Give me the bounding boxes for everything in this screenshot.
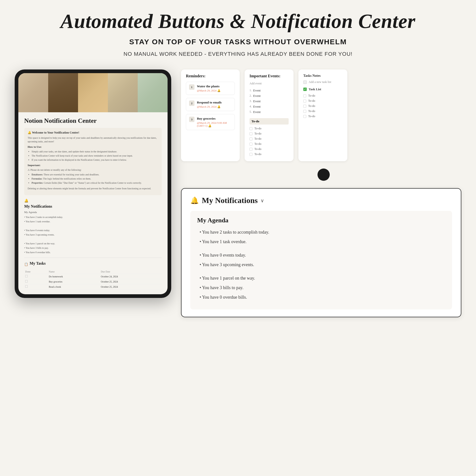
add-task-button[interactable]: Add a new task list <box>303 80 342 84</box>
warning-text: Deleting or altering these elements migh… <box>28 187 158 190</box>
todo-section: To-do To-do To-do To-do <box>250 118 289 157</box>
reminder-item-1: 1 Water the plants @March 29, 2024 🔔 <box>186 82 235 95</box>
how-to-item-1: Simply add your tasks, set due dates, an… <box>32 150 158 153</box>
agenda-item-2: • You have 1 task overdue. <box>24 220 162 224</box>
todo-check-1 <box>250 127 253 130</box>
notif-agenda-item-6: You have 3 bills to pay. <box>197 285 445 291</box>
green-check-icon: ✓ <box>303 87 307 91</box>
task-row-1: Do homework October 24, 2024 <box>24 274 162 279</box>
event-item-3: 3. Event <box>250 99 289 104</box>
task-3-name: Read a book <box>48 284 100 289</box>
notifications-card: 🔔 My Notifications ∨ My Agenda You have … <box>181 188 461 317</box>
reminder-3-date: @March 29, 2024 9:00 AM (GMT+1) 🔔 <box>197 121 232 127</box>
todo-check-5 <box>250 148 253 151</box>
agenda-subtitle-tablet: My Agenda <box>24 211 162 214</box>
notifications-card-title: My Notifications <box>202 196 257 205</box>
notif-agenda-item-2: You have 1 task overdue. <box>197 238 445 245</box>
agenda-item-5: • You have 1 parcel on the way. <box>24 241 162 246</box>
reminders-title: Reminders: <box>186 74 235 78</box>
agenda-spacer-2 <box>197 271 445 275</box>
tasks-todo-1: To-do <box>303 93 342 98</box>
add-event-button[interactable]: Add event <box>250 82 289 85</box>
agenda-item-7: • You have 0 overdue bills. <box>24 250 162 255</box>
event-list: 1. Event 2. Event 3. Event 4. <box>250 88 289 115</box>
task-2-date: October 25, 2024 <box>100 279 162 284</box>
tablet-inner: Notion Notification Center 🔔 Welcome to … <box>18 73 168 294</box>
photo-2 <box>48 73 78 112</box>
reminder-item-2: 2 Respond to emails @March 29, 2024 🔔 <box>186 98 235 111</box>
task-1-check <box>24 274 48 279</box>
event-item-2: 2. Event <box>250 93 289 99</box>
tasks-notes-panel: Tasks Notes Add a new task list ✓ Task L… <box>298 69 347 161</box>
tasks-todo-4: To-do <box>303 109 342 114</box>
task-2-name: Buy groceries <box>48 279 100 284</box>
my-tasks-header: 📋 My Tasks <box>24 261 162 268</box>
welcome-text: This space is designed to help you stay … <box>28 136 158 143</box>
events-title: Important Events: <box>250 74 289 78</box>
reminder-3-content: Buy groceries @March 29, 2024 9:00 AM (G… <box>197 117 232 127</box>
notif-agenda-item-3: You have 0 events today. <box>197 252 445 258</box>
reminder-3-num: 3 <box>189 117 194 122</box>
tasks-notes-header: Tasks Notes <box>303 74 342 78</box>
reminder-1-content: Water the plants @March 29, 2024 🔔 <box>197 85 221 92</box>
reminder-3-text: Buy groceries <box>197 117 232 120</box>
notifications-bell-icon: 🔔 <box>190 196 199 204</box>
todo-item-6: To-do <box>250 152 289 157</box>
photo-strip <box>18 73 168 112</box>
notif-agenda-item-1: You have 2 tasks to accomplish today. <box>197 229 445 236</box>
top-panels: Reminders: 1 Water the plants @March 29,… <box>181 69 461 161</box>
task-2-check <box>24 279 48 284</box>
reminder-2-text: Respond to emails <box>197 101 221 104</box>
reminder-2-date: @March 29, 2024 🔔 <box>197 105 221 108</box>
photo-5 <box>138 73 168 112</box>
notif-agenda-item-4: You have 3 upcoming events. <box>197 261 445 268</box>
important-list: Databases: These are essential for track… <box>28 173 158 185</box>
reminder-1-date: @March 29, 2024 🔔 <box>197 89 221 92</box>
photo-1 <box>18 73 48 112</box>
todo-check-4 <box>250 143 253 146</box>
subtitle: STAY ON TOP OF YOUR TASKS WITHOUT OVERWH… <box>15 38 461 46</box>
task-1-name: Do homework <box>48 274 100 279</box>
notif-agenda-item-7: You have 0 overdue bills. <box>197 294 445 301</box>
notion-content: Notion Notification Center 🔔 Welcome to … <box>18 112 168 294</box>
tasks-icon: 📋 <box>24 262 28 266</box>
col-duedate: Due Date <box>100 270 162 274</box>
important-item-1: Databases: These are essential for track… <box>32 173 158 176</box>
todo-check-3 <box>250 137 253 140</box>
chevron-down-icon[interactable]: ∨ <box>260 198 264 204</box>
agenda-item-1: • You have 2 tasks to accomplish today. <box>24 215 162 220</box>
todo-item-4: To-do <box>250 141 289 147</box>
todo-item-1: To-do <box>250 126 289 131</box>
notion-title: Notion Notification Center <box>24 117 162 124</box>
important-heading: Important: <box>28 164 158 167</box>
todo-item-3: To-do <box>250 136 289 141</box>
my-tasks-section: 📋 My Tasks Done Name Due Date <box>24 261 162 289</box>
important-warning: ⚠ Please do not delete or modify any of … <box>28 168 158 172</box>
agenda-item-6: • You have 3 bills to pay. <box>24 246 162 250</box>
right-panels: Reminders: 1 Water the plants @March 29,… <box>181 69 461 317</box>
dot-separator <box>318 169 330 181</box>
col-done: Done <box>24 270 48 274</box>
task-row-2: Buy groceries October 25, 2024 <box>24 279 162 284</box>
my-notifications-label: My Notifications <box>24 204 162 209</box>
todo-check-2 <box>250 132 253 135</box>
todo-item-2: To-do <box>250 131 289 136</box>
important-item-2: Formulas: The logic behind the notificat… <box>32 177 158 181</box>
agenda-card-title: My Agenda <box>197 217 445 224</box>
notif-agenda-item-5: You have 1 parcel on the way. <box>197 275 445 282</box>
col-name: Name <box>48 270 100 274</box>
agenda-item-4: • You have 3 upcoming events. <box>24 233 162 237</box>
welcome-box: 🔔 Welcome to Your Notification Center! T… <box>24 128 162 195</box>
photo-4 <box>108 73 138 112</box>
reminders-panel: Reminders: 1 Water the plants @March 29,… <box>181 69 240 161</box>
agenda-item-3: • You have 0 events today. <box>24 228 162 233</box>
reminder-item-3: 3 Buy groceries @March 29, 2024 9:00 AM … <box>186 114 235 130</box>
task-3-date: October 25, 2024 <box>100 284 162 289</box>
task-list-header: ✓ Task List <box>303 87 342 91</box>
tasks-todo-2: To-do <box>303 98 342 103</box>
photo-3 <box>78 73 108 112</box>
event-item-4: 4. Event <box>250 104 289 109</box>
main-title: Automated Buttons & Notification Center <box>15 10 461 33</box>
reminder-1-num: 1 <box>189 85 194 90</box>
content-area: Notion Notification Center 🔔 Welcome to … <box>15 69 461 317</box>
